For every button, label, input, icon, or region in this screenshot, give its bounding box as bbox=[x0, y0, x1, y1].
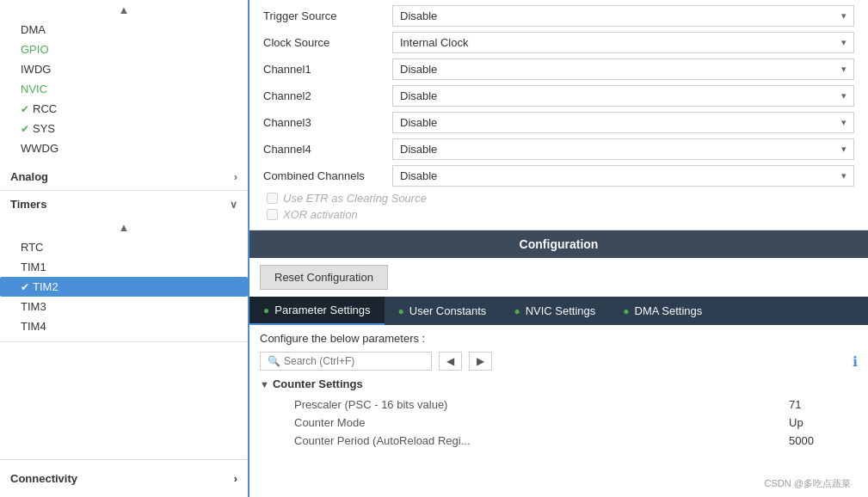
counter-mode-value: Up bbox=[789, 416, 858, 429]
search-row: 🔍 ◀ ▶ ℹ bbox=[260, 352, 858, 371]
dma-tab-label: DMA Settings bbox=[635, 304, 703, 317]
counter-section-header[interactable]: ▼ Counter Settings bbox=[260, 377, 858, 390]
sidebar-item-sys[interactable]: ✔ SYS bbox=[0, 119, 248, 138]
channel4-label: Channel4 bbox=[263, 143, 392, 156]
gpio-label: GPIO bbox=[21, 43, 49, 56]
tab-user-constants[interactable]: ● User Constants bbox=[385, 297, 501, 325]
tim3-label: TIM3 bbox=[21, 300, 46, 313]
search-input[interactable] bbox=[284, 355, 404, 367]
analog-chevron-icon: › bbox=[234, 171, 237, 183]
counter-row-prescaler: Prescaler (PSC - 16 bits value) 71 bbox=[260, 396, 858, 414]
main-content: Trigger Source Disable ▾ Clock Source In… bbox=[249, 0, 868, 497]
sidebar-item-tim3[interactable]: TIM3 bbox=[0, 297, 248, 316]
sidebar-item-tim1[interactable]: TIM1 bbox=[0, 257, 248, 277]
trigger-source-label: Trigger Source bbox=[263, 9, 392, 22]
sidebar-item-tim2[interactable]: ✔ TIM2 bbox=[0, 277, 248, 297]
trigger-source-row: Trigger Source Disable ▾ bbox=[263, 5, 854, 27]
trigger-source-value: Disable bbox=[400, 9, 437, 22]
channel4-arrow-icon: ▾ bbox=[841, 144, 846, 155]
combined-channels-value: Disable bbox=[400, 169, 437, 182]
timers-header[interactable]: Timers ∨ bbox=[0, 191, 248, 218]
combined-channels-select[interactable]: Disable ▾ bbox=[392, 165, 854, 187]
channel3-label: Channel3 bbox=[263, 116, 392, 129]
sidebar-item-nvic[interactable]: NVIC bbox=[0, 79, 248, 99]
nvic-tab-label: NVIC Settings bbox=[526, 304, 596, 317]
channel1-label: Channel1 bbox=[263, 63, 392, 76]
sidebar-item-rtc[interactable]: RTC bbox=[0, 237, 248, 257]
connectivity-chevron-icon: › bbox=[234, 472, 237, 485]
prescaler-label: Prescaler (PSC - 16 bits value) bbox=[294, 398, 789, 411]
nvic-tab-check-icon: ● bbox=[514, 305, 520, 317]
next-nav-button[interactable]: ▶ bbox=[469, 352, 492, 371]
timer-items: ▲ RTC TIM1 ✔ TIM2 TIM3 TIM4 bbox=[0, 218, 248, 341]
channel2-select[interactable]: Disable ▾ bbox=[392, 85, 854, 107]
combined-channels-arrow-icon: ▾ bbox=[841, 170, 846, 181]
channel4-select[interactable]: Disable ▾ bbox=[392, 138, 854, 160]
etr-label: Use ETR as Clearing Source bbox=[283, 192, 427, 205]
trigger-source-select[interactable]: Disable ▾ bbox=[392, 5, 854, 27]
clock-source-value: Internal Clock bbox=[400, 36, 468, 49]
rcc-check-icon: ✔ bbox=[21, 103, 29, 115]
channel3-value: Disable bbox=[400, 116, 437, 129]
channel1-row: Channel1 Disable ▾ bbox=[263, 58, 854, 80]
sidebar-scroll-up[interactable]: ▲ bbox=[0, 0, 248, 20]
dma-label: DMA bbox=[21, 23, 46, 36]
system-items: DMA GPIO IWDG NVIC ✔ RCC ✔ SYS WWDG bbox=[0, 20, 248, 163]
analog-section: Analog › bbox=[0, 163, 248, 191]
sidebar-item-iwdg[interactable]: IWDG bbox=[0, 59, 248, 79]
info-icon[interactable]: ℹ bbox=[853, 353, 858, 370]
parameter-tab-label: Parameter Settings bbox=[274, 304, 370, 316]
wwdg-label: WWDG bbox=[21, 142, 58, 155]
etr-checkbox bbox=[267, 193, 278, 204]
reset-configuration-button[interactable]: Reset Configuration bbox=[260, 265, 388, 290]
tab-dma-settings[interactable]: ● DMA Settings bbox=[609, 297, 716, 325]
parameter-check-icon: ● bbox=[263, 304, 269, 316]
counter-period-label: Counter Period (AutoReload Regi... bbox=[294, 434, 789, 447]
sidebar-item-dma[interactable]: DMA bbox=[0, 20, 248, 40]
connectivity-label: Connectivity bbox=[10, 472, 77, 485]
timers-chevron-icon: ∨ bbox=[230, 199, 237, 211]
combined-channels-label: Combined Channels bbox=[263, 169, 392, 182]
params-area: Configure the below parameters : 🔍 ◀ ▶ ℹ… bbox=[249, 325, 868, 497]
connectivity-section[interactable]: Connectivity › bbox=[0, 459, 248, 497]
watermark: CSDN @多吃点蔬菜 bbox=[765, 477, 851, 490]
config-panel: Configuration Reset Configuration ● Para… bbox=[249, 230, 868, 497]
counter-row-period: Counter Period (AutoReload Regi... 5000 bbox=[260, 432, 858, 450]
rcc-label: RCC bbox=[33, 102, 57, 115]
channel3-row: Channel3 Disable ▾ bbox=[263, 112, 854, 133]
tim1-label: TIM1 bbox=[21, 261, 46, 273]
user-check-icon: ● bbox=[398, 305, 404, 317]
timers-label: Timers bbox=[10, 198, 46, 211]
counter-row-mode: Counter Mode Up bbox=[260, 414, 858, 432]
channel1-value: Disable bbox=[400, 63, 437, 76]
sidebar-item-wwdg[interactable]: WWDG bbox=[0, 138, 248, 158]
tim4-label: TIM4 bbox=[21, 320, 46, 333]
channel1-arrow-icon: ▾ bbox=[841, 64, 846, 75]
timers-section: Timers ∨ ▲ RTC TIM1 ✔ TIM2 TIM3 TIM4 bbox=[0, 191, 248, 342]
config-area: Trigger Source Disable ▾ Clock Source In… bbox=[249, 0, 868, 230]
sidebar-item-gpio[interactable]: GPIO bbox=[0, 40, 248, 59]
tabs-bar: ● Parameter Settings ● User Constants ● … bbox=[249, 297, 868, 325]
prescaler-value: 71 bbox=[789, 398, 858, 411]
sys-label: SYS bbox=[33, 122, 55, 135]
tab-nvic-settings[interactable]: ● NVIC Settings bbox=[500, 297, 609, 325]
channel2-value: Disable bbox=[400, 89, 437, 102]
iwdg-label: IWDG bbox=[21, 63, 51, 76]
analog-header[interactable]: Analog › bbox=[0, 163, 248, 190]
xor-checkbox bbox=[267, 209, 278, 220]
user-tab-label: User Constants bbox=[409, 304, 487, 317]
counter-section-label: Counter Settings bbox=[273, 377, 363, 390]
timers-scroll-up[interactable]: ▲ bbox=[0, 218, 248, 237]
tab-parameter-settings[interactable]: ● Parameter Settings bbox=[249, 297, 385, 325]
clock-source-label: Clock Source bbox=[263, 36, 392, 49]
combined-channels-row: Combined Channels Disable ▾ bbox=[263, 165, 854, 187]
sidebar-item-tim4[interactable]: TIM4 bbox=[0, 316, 248, 336]
clock-source-select[interactable]: Internal Clock ▾ bbox=[392, 32, 854, 53]
sidebar-item-rcc[interactable]: ✔ RCC bbox=[0, 99, 248, 119]
channel3-select[interactable]: Disable ▾ bbox=[392, 112, 854, 133]
channel1-select[interactable]: Disable ▾ bbox=[392, 58, 854, 80]
channel2-row: Channel2 Disable ▾ bbox=[263, 85, 854, 107]
prev-nav-button[interactable]: ◀ bbox=[439, 352, 462, 371]
trigger-source-arrow-icon: ▾ bbox=[841, 10, 846, 21]
search-icon: 🔍 bbox=[268, 355, 280, 367]
